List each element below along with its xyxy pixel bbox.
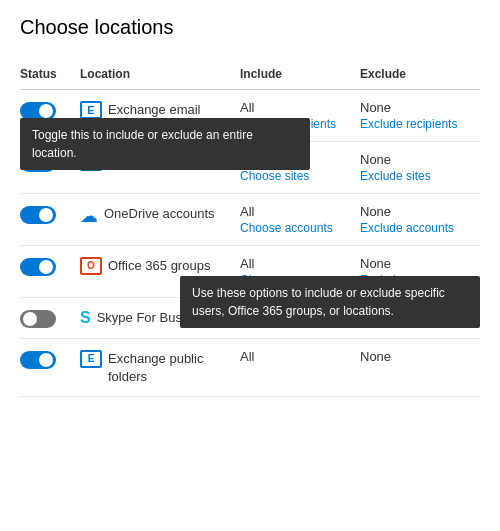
- include-cell-office365: All Choose groups: [240, 256, 360, 287]
- header-exclude: Exclude: [360, 65, 480, 83]
- exclude-none-sharepoint: None: [360, 152, 480, 167]
- location-cell-expf: E Exchange public folders: [80, 349, 240, 386]
- toggle-cell-sharepoint: [20, 152, 80, 172]
- header-status: Status: [20, 65, 80, 83]
- row-office365-groups: O Office 365 groups All Choose groups No…: [20, 246, 480, 298]
- exclude-sites-link[interactable]: Exclude sites: [360, 169, 480, 183]
- exclude-groups-link[interactable]: Exclude groups: [360, 273, 480, 287]
- row-skype-business: S Skype For Business: [20, 298, 480, 339]
- location-cell-office365: O Office 365 groups: [80, 256, 240, 275]
- exclude-none-exchange-email: None: [360, 100, 480, 115]
- toggle-cell-exchange-email: [20, 100, 80, 120]
- choose-accounts-link[interactable]: Choose accounts: [240, 221, 360, 235]
- page: Choose locations Status Location Include…: [0, 0, 500, 413]
- location-name-exchange-email: Exchange email: [108, 101, 201, 119]
- include-all-onedrive: All: [240, 204, 360, 219]
- include-cell-expf: All: [240, 349, 360, 364]
- location-cell-onedrive: ☁ OneDrive accounts: [80, 204, 240, 227]
- exclude-cell-sharepoint: None Exclude sites: [360, 152, 480, 183]
- header-location: Location: [80, 65, 240, 83]
- location-name-skype: Skype For Business: [97, 309, 213, 327]
- row-sharepoint-sites: S> SharePoint sites All Choose sites Non…: [20, 142, 480, 194]
- toggle-sharepoint-sites[interactable]: [20, 154, 56, 172]
- choose-sites-link[interactable]: Choose sites: [240, 169, 360, 183]
- choose-recipients-link[interactable]: Choose recipients: [240, 117, 360, 131]
- location-cell-skype: S Skype For Business: [80, 308, 240, 327]
- icon-onedrive-accounts: ☁: [80, 205, 98, 227]
- toggle-skype-business[interactable]: [20, 310, 56, 328]
- exclude-none-onedrive: None: [360, 204, 480, 219]
- toggle-cell-office365: [20, 256, 80, 276]
- exclude-cell-office365: None Exclude groups: [360, 256, 480, 287]
- exclude-cell-expf: None: [360, 349, 480, 364]
- exclude-none-office365: None: [360, 256, 480, 271]
- include-all-sharepoint: All: [240, 152, 360, 167]
- exclude-cell-exchange-email: None Exclude recipients: [360, 100, 480, 131]
- location-name-office365: Office 365 groups: [108, 257, 210, 275]
- include-cell-onedrive: All Choose accounts: [240, 204, 360, 235]
- toggle-exchange-public-folders[interactable]: [20, 351, 56, 369]
- include-all-office365: All: [240, 256, 360, 271]
- row-exchange-public-folders: E Exchange public folders All None: [20, 339, 480, 397]
- row-exchange-email: E Exchange email All Choose recipients N…: [20, 90, 480, 142]
- toggle-cell-skype: [20, 308, 80, 328]
- toggle-cell-expf: [20, 349, 80, 369]
- include-cell-sharepoint: All Choose sites: [240, 152, 360, 183]
- exclude-recipients-link[interactable]: Exclude recipients: [360, 117, 480, 131]
- icon-exchange-email: E: [80, 101, 102, 119]
- header-include: Include: [240, 65, 360, 83]
- include-all-exchange-email: All: [240, 100, 360, 115]
- row-onedrive-accounts: ☁ OneDrive accounts All Choose accounts …: [20, 194, 480, 246]
- location-name-onedrive: OneDrive accounts: [104, 205, 215, 223]
- icon-exchange-public-folders: E: [80, 350, 102, 368]
- include-all-expf: All: [240, 349, 360, 364]
- icon-sharepoint-sites: S>: [80, 153, 102, 171]
- exclude-cell-onedrive: None Exclude accounts: [360, 204, 480, 235]
- location-name-sharepoint: SharePoint sites: [108, 153, 203, 171]
- exclude-accounts-link[interactable]: Exclude accounts: [360, 221, 480, 235]
- location-name-expf: Exchange public folders: [108, 350, 240, 386]
- toggle-cell-onedrive: [20, 204, 80, 224]
- icon-office365-groups: O: [80, 257, 102, 275]
- choose-groups-link[interactable]: Choose groups: [240, 273, 360, 287]
- toggle-onedrive-accounts[interactable]: [20, 206, 56, 224]
- toggle-office365-groups[interactable]: [20, 258, 56, 276]
- page-title: Choose locations: [20, 16, 480, 39]
- toggle-exchange-email[interactable]: [20, 102, 56, 120]
- exclude-none-expf: None: [360, 349, 480, 364]
- icon-skype-business: S: [80, 309, 91, 327]
- table-header: Status Location Include Exclude: [20, 59, 480, 90]
- location-cell-sharepoint: S> SharePoint sites: [80, 152, 240, 171]
- include-cell-exchange-email: All Choose recipients: [240, 100, 360, 131]
- location-cell-exchange-email: E Exchange email: [80, 100, 240, 119]
